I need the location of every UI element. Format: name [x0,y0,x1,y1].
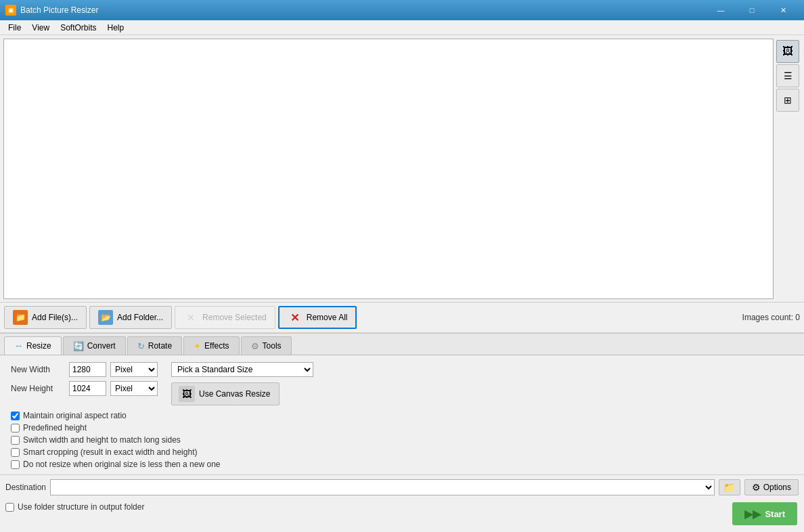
tab-rotate[interactable]: ↻ Rotate [127,336,182,355]
effects-tab-label: Effects [204,341,229,351]
remove-all-icon: ✕ [288,310,303,325]
menu-view[interactable]: View [26,22,55,34]
tab-convert[interactable]: 🔄 Convert [63,336,126,355]
tabs: ↔ Resize 🔄 Convert ↻ Rotate ✦ Effects ⚙ … [0,334,804,355]
view-thumbnail-button[interactable]: 🖼 [776,40,799,63]
images-count-value: 0 [795,313,800,322]
convert-tab-label: Convert [87,341,116,351]
add-files-label: Add File(s)... [32,313,78,322]
no-resize-checkbox-row[interactable]: Do not resize when original size is less… [11,460,793,469]
folder-structure-row: Use folder structure in output folder [0,500,804,516]
view-list-button[interactable]: ☰ [776,64,799,87]
toolbar: 📁 Add File(s)... 📂 Add Folder... ✕ Remov… [0,302,804,332]
use-folder-checkbox[interactable] [5,503,14,512]
remove-selected-label: Remove Selected [202,313,267,322]
tab-effects[interactable]: ✦ Effects [183,336,239,355]
start-button[interactable]: ▶▶ Start [732,502,797,525]
view-toolbar: 🖼 ☰ ⊞ [776,39,801,299]
canvas-resize-label: Use Canvas Resize [199,389,270,399]
close-button[interactable]: ✕ [767,0,799,20]
image-canvas [3,39,774,299]
browse-button[interactable]: 📁 [719,479,740,495]
menu-help[interactable]: Help [102,22,130,34]
new-width-label: New Width [11,365,65,374]
tab-content-resize: New Width Pixel Percent cm inch New Heig… [0,355,804,474]
no-resize-checkbox[interactable] [11,460,20,469]
maintain-aspect-checkbox[interactable] [11,412,20,420]
effects-tab-icon: ✦ [194,341,201,351]
switch-dimensions-checkbox-row[interactable]: Switch width and height to match long si… [11,435,793,445]
window-controls: — □ ✕ [705,0,799,20]
menu-bar: File View SoftOrbits Help [0,20,804,35]
remove-selected-icon: ✕ [183,310,198,325]
width-unit-select[interactable]: Pixel Percent cm inch [110,362,158,377]
predefined-height-label: Predefined height [23,423,87,433]
destination-select[interactable] [50,479,715,495]
tools-tab-label: Tools [263,341,282,351]
rotate-tab-label: Rotate [148,341,172,351]
options-label: Options [763,483,791,492]
predefined-height-checkbox-row[interactable]: Predefined height [11,423,793,433]
tab-tools[interactable]: ⚙ Tools [241,336,292,355]
convert-tab-icon: 🔄 [73,341,84,351]
use-folder-label: Use folder structure in output folder [18,502,144,512]
options-gear-icon: ⚙ [752,482,761,493]
size-inputs: New Width Pixel Percent cm inch New Heig… [11,362,158,396]
resize-tab-label: Resize [26,341,51,351]
tools-tab-icon: ⚙ [251,341,259,351]
add-folder-icon: 📂 [98,310,113,325]
start-label: Start [765,509,785,519]
maximize-button[interactable]: □ [736,0,767,20]
canvas-resize-button[interactable]: 🖼 Use Canvas Resize [171,382,280,405]
smart-cropping-checkbox[interactable] [11,448,20,457]
options-button[interactable]: ⚙ Options [744,479,799,495]
start-arrow-icon: ▶▶ [744,508,761,520]
remove-all-button[interactable]: ✕ Remove All [278,306,357,329]
app-icon: ▣ [5,5,16,16]
add-files-icon: 📁 [13,310,28,325]
menu-softorbits[interactable]: SoftOrbits [55,22,102,34]
switch-dimensions-label: Switch width and height to match long si… [23,435,181,445]
view-grid-button[interactable]: ⊞ [776,89,799,112]
predefined-height-checkbox[interactable] [11,424,20,433]
title-bar: ▣ Batch Picture Resizer — □ ✕ [0,0,804,20]
destination-row: Destination 📁 ⚙ Options [0,474,804,500]
standard-size-select[interactable]: Pick a Standard Size 640 × 480 800 × 600… [171,362,313,377]
rotate-tab-icon: ↻ [137,341,145,351]
add-folder-button[interactable]: 📂 Add Folder... [89,306,172,329]
remove-selected-button[interactable]: ✕ Remove Selected [175,306,275,329]
images-count: Images count: 0 [742,313,800,322]
remove-all-label: Remove All [307,313,348,322]
canvas-resize-icon: 🖼 [179,386,195,402]
maintain-aspect-label: Maintain original aspect ratio [23,411,127,420]
height-input[interactable] [69,381,106,396]
bottom-panel: ↔ Resize 🔄 Convert ↻ Rotate ✦ Effects ⚙ … [0,332,804,516]
width-input[interactable] [69,362,106,377]
add-files-button[interactable]: 📁 Add File(s)... [4,306,87,329]
destination-label: Destination [5,483,46,492]
images-count-label: Images count: [742,313,793,322]
switch-dimensions-checkbox[interactable] [11,436,20,445]
tab-resize[interactable]: ↔ Resize [4,336,62,355]
use-folder-checkbox-row[interactable]: Use folder structure in output folder [5,502,799,512]
maintain-aspect-checkbox-row[interactable]: Maintain original aspect ratio [11,411,793,420]
app-title: Batch Picture Resizer [20,5,705,15]
new-height-label: New Height [11,384,65,393]
browse-icon: 📁 [723,482,735,493]
standard-size-area: Pick a Standard Size 640 × 480 800 × 600… [171,362,313,405]
resize-tab-icon: ↔ [14,340,23,351]
smart-cropping-label: Smart cropping (result in exact width an… [23,447,197,457]
add-folder-label: Add Folder... [117,313,163,322]
smart-cropping-checkbox-row[interactable]: Smart cropping (result in exact width an… [11,447,793,457]
menu-file[interactable]: File [3,22,26,34]
no-resize-label: Do not resize when original size is less… [23,460,221,469]
height-unit-select[interactable]: Pixel Percent cm inch [110,381,158,396]
minimize-button[interactable]: — [705,0,736,20]
